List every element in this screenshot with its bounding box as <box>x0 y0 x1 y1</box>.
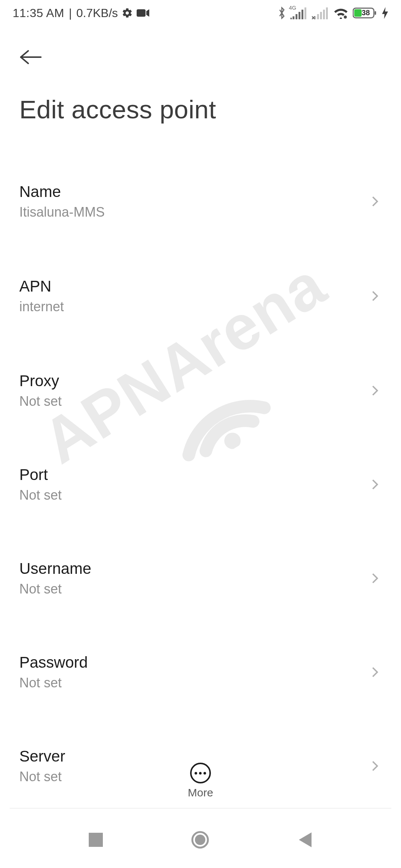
battery-percent-label: 38 <box>362 9 370 17</box>
battery-icon: 38 <box>353 7 377 19</box>
svg-rect-5 <box>304 7 306 19</box>
chevron-right-icon <box>368 195 382 208</box>
chevron-right-icon <box>368 289 382 303</box>
settings-list: Name Itisaluna-MMS APN internet Proxy No… <box>0 169 401 825</box>
svg-rect-3 <box>299 12 300 19</box>
signal-nosim-icon <box>312 7 329 19</box>
setting-value: Not set <box>19 581 368 597</box>
system-nav-bar <box>0 812 401 868</box>
bluetooth-icon <box>278 7 286 19</box>
setting-value: Itisaluna-MMS <box>19 204 368 220</box>
svg-rect-4 <box>301 10 303 19</box>
setting-value: internet <box>19 298 368 315</box>
status-time: 11:35 AM <box>13 6 64 20</box>
status-network-speed: 0.7KB/s <box>76 6 118 20</box>
setting-label: APN <box>19 277 368 296</box>
svg-rect-18 <box>89 833 103 847</box>
chevron-right-icon <box>368 384 382 397</box>
status-divider: | <box>69 6 72 20</box>
nav-home-button[interactable] <box>184 823 216 857</box>
more-label: More <box>188 786 213 799</box>
triangle-left-icon <box>297 844 312 849</box>
svg-rect-7 <box>317 14 319 19</box>
status-left: 11:35 AM | 0.7KB/s <box>13 6 149 20</box>
setting-label: Port <box>19 465 368 485</box>
svg-rect-9 <box>323 10 325 19</box>
status-bar: 11:35 AM | 0.7KB/s 4G 38 <box>0 0 401 26</box>
setting-label: Password <box>19 653 368 673</box>
more-horizontal-icon <box>190 763 211 783</box>
svg-point-12 <box>345 16 346 18</box>
video-camera-icon <box>137 9 149 17</box>
back-button[interactable] <box>19 45 45 70</box>
setting-label: Name <box>19 182 368 202</box>
setting-row-name[interactable]: Name Itisaluna-MMS <box>19 169 382 234</box>
gear-icon <box>122 7 133 19</box>
svg-rect-14 <box>354 9 362 17</box>
action-bar: More <box>0 753 401 809</box>
signal-4g-icon: 4G <box>290 7 307 19</box>
nav-back-button[interactable] <box>290 824 320 857</box>
setting-label: Username <box>19 559 368 579</box>
setting-row-proxy[interactable]: Proxy Not set <box>19 358 382 423</box>
nav-recent-button[interactable] <box>81 825 110 855</box>
setting-row-username[interactable]: Username Not set <box>19 546 382 611</box>
svg-rect-2 <box>296 14 297 19</box>
square-icon <box>89 842 103 848</box>
arrow-left-icon <box>19 50 42 65</box>
more-button[interactable]: More <box>188 763 213 799</box>
charging-icon <box>382 7 388 19</box>
network-type-label: 4G <box>289 4 296 11</box>
svg-rect-1 <box>293 16 294 19</box>
setting-row-apn[interactable]: APN internet <box>19 263 382 328</box>
setting-row-password[interactable]: Password Not set <box>19 640 382 704</box>
setting-value: Not set <box>19 487 368 503</box>
svg-rect-15 <box>375 11 376 15</box>
setting-row-port[interactable]: Port Not set <box>19 452 382 517</box>
setting-value: Not set <box>19 674 368 691</box>
setting-value: Not set <box>19 393 368 410</box>
page-title: Edit access point <box>19 95 382 124</box>
circle-icon <box>191 844 209 850</box>
chevron-right-icon <box>368 478 382 491</box>
svg-rect-10 <box>326 7 328 19</box>
chevron-right-icon <box>368 572 382 585</box>
status-right: 4G 38 <box>278 7 388 19</box>
wifi-icon <box>333 7 348 19</box>
app-header: Edit access point <box>0 26 401 128</box>
chevron-right-icon <box>368 665 382 679</box>
svg-point-20 <box>195 835 205 845</box>
setting-label: Proxy <box>19 371 368 391</box>
svg-rect-8 <box>320 12 322 19</box>
svg-rect-0 <box>137 9 146 17</box>
